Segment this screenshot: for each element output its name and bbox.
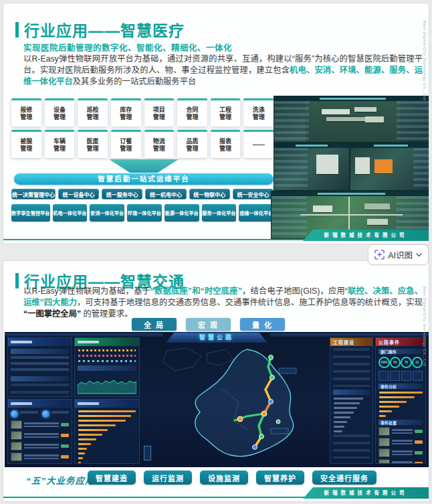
- center-pill: 统一决策管理中心: [11, 189, 56, 199]
- deco-thumbnail: [379, 438, 390, 446]
- subsection-event-handling: 事件处置: [379, 420, 423, 425]
- deco: [78, 360, 136, 362]
- deco: [374, 159, 393, 173]
- footer-line: [3, 497, 323, 499]
- business-button[interactable]: 设施监测: [200, 471, 248, 485]
- module-grid-row2: 被服管理车辆管理医废管理订餐管理物流管理品质管理报表管理——: [11, 130, 274, 158]
- platform-pill: 运维一体化平台: [239, 204, 274, 222]
- platform-pill: 安消一体化平台: [90, 204, 124, 222]
- center-pill: 统一机电中心: [145, 189, 186, 199]
- deco-list-row: [11, 442, 69, 450]
- deco: [11, 356, 69, 373]
- deco-text-lines: [392, 428, 413, 435]
- deco: [397, 101, 429, 142]
- business-button[interactable]: 安全通行服务: [312, 471, 376, 485]
- side-watermark: Best Digital City Technology Co., Ltd: [423, 21, 427, 100]
- engineering-bars: [330, 398, 372, 432]
- deco-text-lines: [392, 460, 413, 464]
- deco: [364, 203, 390, 209]
- deco-bar: [78, 424, 116, 426]
- page: { "ai_tool": { "label": "AI识图" }, "compa…: [0, 0, 432, 504]
- business-button[interactable]: 智慧养护: [256, 471, 304, 485]
- slide1-paragraph: 以R-Easy弹性物联网开放平台为基础，通过对资源的共享、互通，构建以“服务”为…: [23, 54, 423, 88]
- module-card: 报表管理: [211, 130, 241, 158]
- view-tab[interactable]: 量 化: [240, 318, 285, 331]
- module-card: 订餐管理: [111, 130, 141, 158]
- platform-pill: 机电一体化平台: [53, 204, 88, 222]
- panel-header: [8, 338, 72, 346]
- center-pill: 统一设备中心: [58, 189, 99, 199]
- deco-bar: [78, 443, 91, 445]
- deco-text-lines: [392, 449, 413, 456]
- view-tab[interactable]: 宏 观: [186, 318, 231, 331]
- deco: [326, 117, 368, 121]
- deco: [322, 109, 350, 114]
- deco: [274, 96, 429, 101]
- region-route-map: [140, 341, 331, 466]
- screenshot-highlight-building: [350, 143, 429, 191]
- deco-text-lines: [24, 421, 59, 428]
- platform-banner: 智慧后勤一站式运维平台: [14, 173, 274, 185]
- deco-bar: [78, 420, 126, 422]
- deco-bar: [78, 429, 108, 431]
- highway-dashboard: 智慧公路: [5, 332, 429, 467]
- title-accent-bar: [15, 273, 19, 288]
- deco: [272, 196, 307, 238]
- view-tabs: 全 局宏 观量 化: [132, 318, 285, 331]
- deco: [316, 155, 339, 174]
- gauge: 22: [412, 357, 423, 368]
- deco-bar: [379, 392, 423, 394]
- deco-bar: [379, 415, 386, 417]
- gis-map: [140, 341, 331, 466]
- slide1-title-row: 行业应用——智慧医疗: [15, 18, 185, 41]
- platform-pill: 数字孪生管控平台: [11, 204, 50, 222]
- platform-pill: 服务一体化平台: [202, 204, 237, 222]
- business-button[interactable]: 智慧建造: [88, 471, 136, 485]
- ai-button-label: AI识图: [388, 248, 413, 261]
- deco: [333, 434, 370, 458]
- panel-header: 工程建设: [330, 338, 372, 346]
- deco: [354, 107, 376, 112]
- deco-bar: [379, 410, 392, 412]
- deco-status-chip: [61, 434, 69, 437]
- deco-bar: [78, 415, 131, 417]
- map-zoom-control: [144, 446, 151, 460]
- deco-list-row: [11, 452, 69, 461]
- deco: [313, 205, 332, 212]
- panel-road-assets: [7, 337, 72, 397]
- unified-centers-row: 统一决策管理中心统一设备中心统一服务中心统一机电中心统一物联中心统一安全中心: [11, 189, 274, 199]
- deco-bar: [334, 421, 347, 423]
- deco: [78, 355, 136, 357]
- deco: [274, 143, 349, 148]
- business-button[interactable]: 运行监测: [144, 471, 192, 485]
- deco-thumbnail: [379, 448, 390, 457]
- deco: [350, 143, 429, 148]
- footer-line: [3, 239, 323, 241]
- deco: [11, 376, 69, 382]
- deco: [78, 365, 136, 371]
- panel-engineering: 工程建设: [330, 337, 373, 464]
- deco-bar: [78, 438, 96, 440]
- company-ribbon: 新瑞数城技术有限公司: [303, 487, 429, 499]
- deco-thumbnail: [379, 459, 390, 464]
- view-tab[interactable]: 全 局: [132, 318, 177, 331]
- dashboard-screenshots: [271, 96, 429, 238]
- deco: [333, 348, 370, 387]
- deco: [367, 219, 388, 225]
- module-card: 报修管理: [11, 98, 41, 127]
- deco: [413, 148, 429, 190]
- deco-thumbnail: [11, 420, 22, 429]
- center-pill: 统一服务中心: [102, 189, 142, 199]
- deco-bar: [379, 406, 399, 408]
- deco: [365, 116, 384, 122]
- gauge: 4384: [379, 357, 390, 368]
- deco-text-lines: [24, 442, 59, 450]
- funnel-shape: [109, 159, 179, 173]
- deco-bar: [334, 402, 360, 404]
- chevron-down-icon[interactable]: [416, 253, 422, 257]
- deco-bar: [334, 398, 363, 400]
- deco-status-chip: [61, 423, 69, 426]
- panel-daily-maintenance: [74, 399, 140, 464]
- module-card: 设备管理: [45, 98, 75, 127]
- ai-image-recognition-button[interactable]: AI识图: [368, 244, 429, 265]
